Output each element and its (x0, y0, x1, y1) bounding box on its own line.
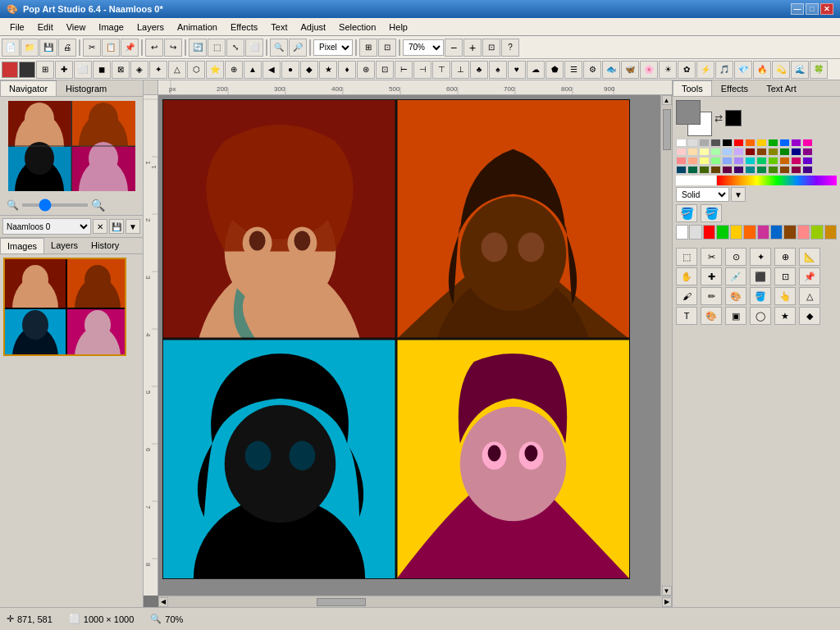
accent-ltgray[interactable] (689, 225, 701, 240)
tb2-13[interactable]: ⊕ (225, 61, 243, 79)
tb2-37[interactable]: ✿ (678, 61, 696, 79)
color-purple[interactable] (791, 139, 801, 147)
hscroll-thumb[interactable] (317, 598, 366, 606)
print-button[interactable]: 🖨 (58, 39, 76, 57)
tb2-3[interactable]: ⊞ (36, 61, 54, 79)
canvas-thumbnail[interactable] (3, 258, 126, 356)
c42[interactable] (687, 166, 698, 174)
rotate-button[interactable]: 🔄 (189, 39, 207, 57)
menu-text[interactable]: Text (264, 21, 294, 34)
c312[interactable] (802, 157, 813, 165)
tb2-28[interactable]: ♥ (508, 61, 526, 79)
c411[interactable] (791, 166, 801, 174)
c45[interactable] (722, 166, 733, 174)
canvas-menu-btn[interactable]: ▼ (126, 219, 140, 234)
accent-pink[interactable] (757, 225, 769, 240)
grid-button[interactable]: ⊞ (359, 39, 377, 57)
redo-button[interactable]: ↪ (164, 39, 182, 57)
select-magic-tool[interactable]: ✂ (701, 248, 722, 266)
tb2-16[interactable]: ● (281, 61, 299, 79)
canvas-save-btn[interactable]: 💾 (109, 219, 124, 234)
c37[interactable] (745, 157, 756, 165)
accent-ltgreen[interactable] (810, 225, 823, 240)
tb2-5[interactable]: ⬜ (74, 61, 92, 79)
fill-options-btn[interactable]: ▼ (731, 187, 746, 202)
vscrollbar[interactable]: ▲ ▼ (660, 95, 672, 596)
zoom-fit-button[interactable]: ⊡ (482, 39, 500, 57)
color-orange[interactable] (745, 139, 756, 147)
c47[interactable] (745, 166, 756, 174)
tb2-35[interactable]: 🌸 (640, 61, 658, 79)
color-lt-orange[interactable] (687, 148, 698, 156)
window-controls[interactable]: — □ ✕ (791, 3, 833, 15)
tb2-29[interactable]: ☁ (527, 61, 545, 79)
gradient-tool[interactable]: 🎨 (701, 307, 722, 325)
sharpen-tool[interactable]: △ (799, 287, 820, 305)
pixel-mode-select[interactable]: Pixel (313, 39, 353, 56)
tb2-17[interactable]: ◆ (300, 61, 318, 79)
menu-help[interactable]: Help (382, 21, 414, 34)
tb2-32[interactable]: ⚙ (583, 61, 601, 79)
tb2-38[interactable]: ⚡ (696, 61, 714, 79)
shape-rect-tool[interactable]: ▣ (725, 307, 746, 325)
zoom-slider[interactable] (22, 203, 88, 207)
color-lt-green[interactable] (710, 148, 721, 156)
tb2-36[interactable]: ☀ (659, 61, 677, 79)
tb2-44[interactable]: 🍀 (810, 61, 828, 79)
tb2-30[interactable]: ⬟ (546, 61, 564, 79)
tb2-43[interactable]: 🌊 (791, 61, 809, 79)
effects-tab[interactable]: Effects (712, 80, 757, 96)
tb2-9[interactable]: ✦ (149, 61, 167, 79)
color-lt-pink[interactable] (676, 148, 687, 156)
text-tool[interactable]: T (676, 307, 697, 325)
hand-tool[interactable]: ✚ (701, 267, 722, 285)
tb2-20[interactable]: ⊛ (357, 61, 375, 79)
snap-button[interactable]: ⊡ (378, 39, 396, 57)
tb2-4[interactable]: ✚ (55, 61, 73, 79)
zoom-select[interactable]: 70% 50% 100% (403, 39, 444, 56)
color-lt-blue[interactable] (722, 148, 733, 156)
fill-type-select[interactable]: Solid Gradient Pattern (676, 187, 729, 202)
vscroll-thumb[interactable] (663, 109, 671, 150)
menu-edit[interactable]: Edit (31, 21, 60, 34)
c311[interactable] (791, 157, 801, 165)
vscroll-up[interactable]: ▲ (662, 95, 672, 105)
grad-white[interactable] (676, 176, 716, 185)
tb2-27[interactable]: ♠ (489, 61, 507, 79)
zoom-plus-button[interactable]: + (463, 39, 482, 57)
vscroll-track[interactable] (663, 105, 671, 586)
tb2-8[interactable]: ◈ (130, 61, 148, 79)
select-lasso-tool[interactable]: ⊙ (725, 248, 746, 266)
open-button[interactable]: 📁 (21, 39, 39, 57)
tb2-23[interactable]: ⊣ (413, 61, 431, 79)
tb2-19[interactable]: ♦ (338, 61, 356, 79)
menu-adjust[interactable]: Adjust (294, 21, 333, 34)
path-tool[interactable]: ◆ (799, 307, 820, 325)
c34[interactable] (710, 157, 721, 165)
move-tool[interactable]: ✋ (676, 267, 697, 285)
menu-file[interactable]: File (3, 21, 31, 34)
canvas-select[interactable]: Naamloos 0 (2, 218, 91, 235)
paste-button[interactable]: 📌 (121, 39, 139, 57)
tb2-15[interactable]: ◀ (262, 61, 281, 79)
color-lt-yellow[interactable] (699, 148, 710, 156)
accent-blue[interactable] (770, 225, 783, 240)
c46[interactable] (733, 166, 744, 174)
tools-tab[interactable]: Tools (673, 80, 712, 96)
tb2-11[interactable]: ⬡ (187, 61, 205, 79)
accent-yellow[interactable] (730, 225, 742, 240)
tb2-25[interactable]: ⊥ (451, 61, 469, 79)
tb2-7[interactable]: ⊠ (112, 61, 130, 79)
zoom-minus-button[interactable]: − (445, 39, 463, 57)
tb2-31[interactable]: ☰ (564, 61, 582, 79)
color-dk-purple[interactable] (802, 148, 813, 156)
smudge-tool[interactable]: 👆 (774, 287, 796, 305)
eraser-tool[interactable]: ⬛ (750, 267, 771, 285)
c48[interactable] (756, 166, 767, 174)
color-dk-blue[interactable] (791, 148, 801, 156)
menu-view[interactable]: View (60, 21, 93, 34)
c36[interactable] (733, 157, 744, 165)
tb2-1[interactable] (2, 62, 18, 78)
tb2-26[interactable]: ♣ (470, 61, 488, 79)
color-dk-red[interactable] (745, 148, 756, 156)
